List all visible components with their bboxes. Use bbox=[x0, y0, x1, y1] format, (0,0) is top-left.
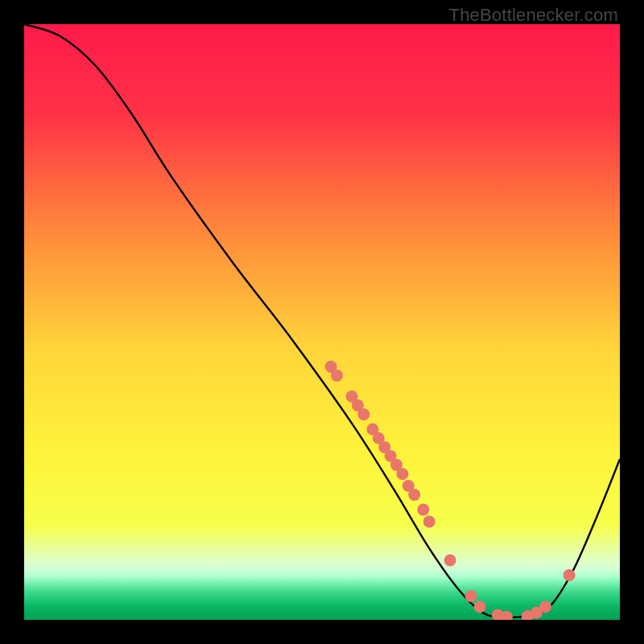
bottleneck-chart bbox=[24, 24, 620, 620]
curve-marker bbox=[474, 601, 486, 613]
chart-frame bbox=[24, 24, 620, 620]
curve-marker bbox=[423, 515, 436, 527]
curve-marker bbox=[564, 569, 576, 581]
curve-marker bbox=[465, 590, 477, 602]
watermark-text: TheBottlenecker.com bbox=[449, 5, 618, 26]
curve-marker bbox=[417, 504, 429, 516]
curve-marker bbox=[408, 489, 420, 501]
curve-marker bbox=[539, 601, 551, 613]
curve-marker bbox=[396, 468, 408, 480]
plot-background bbox=[24, 24, 620, 620]
curve-marker bbox=[444, 555, 456, 567]
curve-marker bbox=[331, 369, 343, 382]
curve-marker bbox=[357, 408, 369, 420]
